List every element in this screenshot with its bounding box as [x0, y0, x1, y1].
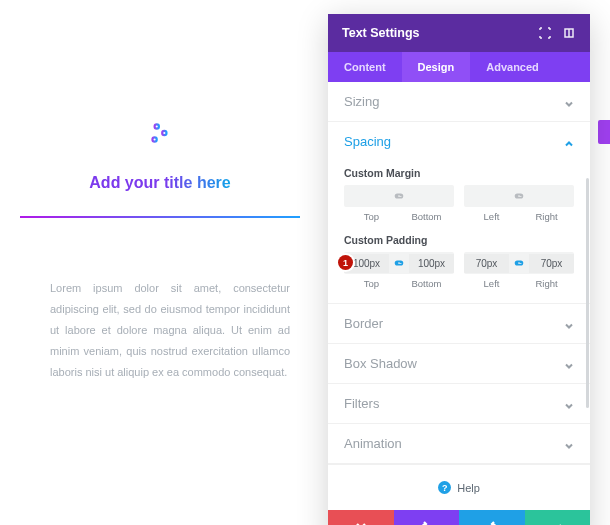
label-right: Right [519, 211, 574, 222]
module-preview: Add your title here [20, 120, 300, 218]
tab-content[interactable]: Content [328, 52, 402, 82]
margin-right-input[interactable] [529, 192, 574, 200]
custom-margin-label: Custom Margin [344, 167, 574, 179]
cancel-button[interactable] [328, 510, 394, 525]
section-head-filters[interactable]: Filters [328, 384, 590, 423]
link-icon[interactable] [509, 257, 529, 269]
tab-advanced[interactable]: Advanced [470, 52, 555, 82]
section-head-box-shadow[interactable]: Box Shadow [328, 344, 590, 383]
label-right: Right [519, 278, 574, 289]
body-text[interactable]: Lorem ipsum dolor sit amet, consectetur … [20, 278, 300, 382]
chevron-down-icon [564, 399, 574, 409]
settings-panel: Text Settings Content Design Advanced Si… [328, 14, 590, 525]
label-top: Top [344, 278, 399, 289]
section-head-spacing[interactable]: Spacing [328, 122, 590, 161]
scrollbar[interactable] [586, 178, 589, 408]
svg-point-4 [162, 131, 166, 135]
panel-title: Text Settings [342, 26, 420, 40]
margin-left-input[interactable] [464, 192, 509, 200]
title-placeholder[interactable]: Add your title here [20, 174, 300, 192]
label-bottom: Bottom [399, 278, 454, 289]
label-left: Left [464, 278, 519, 289]
canvas: Add your title here Lorem ipsum dolor si… [0, 0, 320, 525]
label-left: Left [464, 211, 519, 222]
undo-button[interactable] [394, 510, 460, 525]
help-link[interactable]: ? Help [328, 464, 590, 510]
section-spacing: Spacing Custom Margin [328, 122, 590, 304]
chevron-down-icon [564, 439, 574, 449]
panel-header[interactable]: Text Settings [328, 14, 590, 52]
check-icon [550, 521, 564, 525]
redo-icon [485, 521, 499, 525]
link-icon[interactable] [509, 190, 529, 202]
section-filters: Filters [328, 384, 590, 424]
label-top: Top [344, 211, 399, 222]
section-label: Box Shadow [344, 356, 417, 371]
section-label: Filters [344, 396, 379, 411]
section-head-sizing[interactable]: Sizing [328, 82, 590, 121]
save-button[interactable] [525, 510, 591, 525]
margin-left-right [464, 185, 574, 207]
sliders-icon [147, 120, 173, 150]
margin-bottom-input[interactable] [409, 192, 454, 200]
margin-top-bottom [344, 185, 454, 207]
section-label: Border [344, 316, 383, 331]
chevron-down-icon [564, 97, 574, 107]
section-animation: Animation [328, 424, 590, 464]
section-head-border[interactable]: Border [328, 304, 590, 343]
page-settings-tab[interactable] [598, 120, 610, 144]
help-icon: ? [438, 481, 451, 494]
chevron-down-icon [564, 319, 574, 329]
padding-side-labels: Top Bottom Left Right [344, 278, 574, 289]
chevron-up-icon [564, 137, 574, 147]
panel-tabs: Content Design Advanced [328, 52, 590, 82]
padding-bottom-input[interactable]: 100px [409, 254, 454, 273]
annotation-marker-1: 1 [338, 255, 353, 270]
redo-button[interactable] [459, 510, 525, 525]
margin-row [344, 185, 574, 207]
section-label: Sizing [344, 94, 379, 109]
link-icon[interactable] [389, 190, 409, 202]
svg-point-3 [155, 124, 159, 128]
panel-footer [328, 510, 590, 525]
label-bottom: Bottom [399, 211, 454, 222]
section-label: Spacing [344, 134, 391, 149]
title-part2: title here [164, 174, 231, 191]
help-label: Help [457, 482, 480, 494]
tab-design[interactable]: Design [402, 52, 471, 82]
expand-icon[interactable] [538, 26, 552, 40]
padding-row: 1 100px 100px 70px 70px [344, 252, 574, 274]
svg-point-5 [152, 137, 156, 141]
section-sizing: Sizing [328, 82, 590, 122]
padding-left-right: 70px 70px [464, 252, 574, 274]
title-underline [20, 216, 300, 218]
margin-side-labels: Top Bottom Left Right [344, 211, 574, 222]
section-border: Border [328, 304, 590, 344]
close-icon [354, 521, 368, 525]
margin-top-input[interactable] [344, 192, 389, 200]
panel-body: Sizing Spacing Custom Margin [328, 82, 590, 510]
padding-right-input[interactable]: 70px [529, 254, 574, 273]
section-head-animation[interactable]: Animation [328, 424, 590, 463]
padding-top-bottom: 100px 100px [344, 252, 454, 274]
undo-icon [419, 521, 433, 525]
title-part1: Add your [89, 174, 164, 191]
section-label: Animation [344, 436, 402, 451]
padding-left-input[interactable]: 70px [464, 254, 509, 273]
link-icon[interactable] [389, 257, 409, 269]
custom-padding-label: Custom Padding [344, 234, 574, 246]
section-box-shadow: Box Shadow [328, 344, 590, 384]
snap-icon[interactable] [562, 26, 576, 40]
spacing-content: Custom Margin Top [328, 167, 590, 303]
chevron-down-icon [564, 359, 574, 369]
